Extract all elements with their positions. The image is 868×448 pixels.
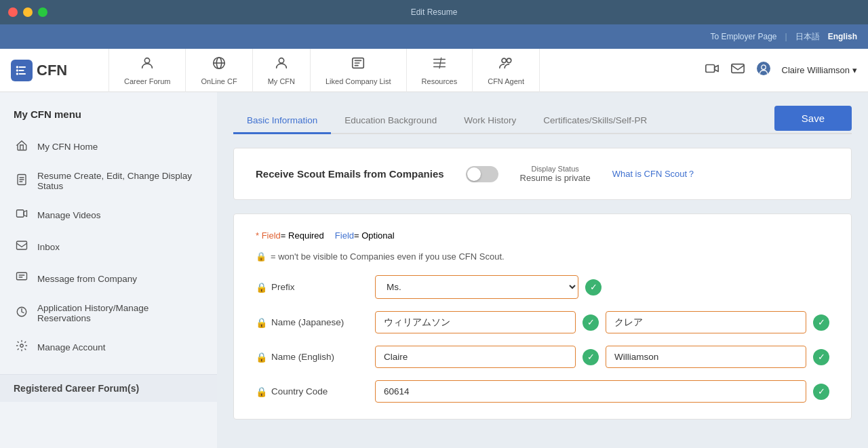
close-button[interactable] [8,7,18,17]
scout-label: Receive Scout Emails from Companies [256,168,444,180]
titlebar-label: Edit Resume [411,7,458,17]
resources-label: Resources [422,77,458,85]
svg-rect-11 [731,64,743,73]
form-area: * Field= Required Field= Optional 🔒 = wo… [233,213,852,420]
online-cf-label: OnLine CF [201,77,237,85]
employer-page-link[interactable]: To Employer Page [710,32,776,41]
sidebar-item-inbox[interactable]: Inbox [0,231,217,263]
prefix-select[interactable]: Ms. Mr. Dr. Prof. [375,275,578,299]
sidebar-item-resume-create[interactable]: Resume Create, Edit, Change Display Stat… [0,163,217,199]
name-english-label: 🔒 Name (English) [256,352,364,363]
svg-point-2 [16,73,18,75]
cfn-agent-label: CFN Agent [488,77,524,85]
logo-text: CFN [37,62,67,79]
name-english-row: 🔒 Name (English) ✓ ✓ [256,346,829,368]
country-code-check: ✓ [813,384,829,400]
name-japanese-last-input[interactable] [606,311,806,333]
career-forum-label: Career Forum [124,77,170,85]
home-icon [16,139,29,155]
sidebar-item-label: Inbox [37,242,60,252]
top-navigation: To Employer Page | 日本語 English [0,24,868,49]
tab-education[interactable]: Education Background [331,108,450,134]
country-code-input[interactable] [375,380,806,403]
status-private-label: Resume is private [520,173,591,183]
minimize-button[interactable] [23,7,33,17]
name-en-lock-icon: 🔒 [256,352,267,363]
opt-suffix: = Optional [354,230,395,241]
display-status-label: Display Status [520,165,591,173]
svg-rect-10 [705,65,714,73]
prefix-lock-icon: 🔒 [256,282,267,293]
prefix-check-icon: ✓ [585,279,601,296]
sidebar-item-message-company[interactable]: Message from Company [0,263,217,295]
sidebar-item-label: My CFN Home [37,142,98,152]
nav-items: Career Forum OnLine CF My CFN Liked Comp… [108,49,705,92]
logo[interactable]: CFN [11,60,92,81]
cfn-scout-link[interactable]: What is CFN Scout？ [612,168,696,180]
message-icon [16,271,29,287]
name-ja-last-check: ✓ [813,314,829,331]
country-code-inputs: ✓ [375,380,829,403]
field-opt-label: Field [335,230,354,241]
name-english-first-input[interactable] [375,346,576,368]
user-name-display[interactable]: Claire Williamson ▾ [782,65,857,75]
name-english-inputs: ✓ ✓ [375,346,829,368]
nav-item-resources[interactable]: Resources [407,49,473,92]
sidebar-title: My CFN menu [0,103,217,131]
legend-required: * Field= Required [256,230,324,241]
inbox-icon [16,239,29,255]
lang-en-link[interactable]: English [828,32,857,41]
history-icon [16,306,29,321]
name-japanese-label: 🔒 Name (Japanese) [256,317,364,328]
sidebar-item-application-history[interactable]: Application History/Manage Reservations [0,295,217,331]
sidebar-section-label: Registered Career Forum(s) [14,383,139,394]
nav-item-career-forum[interactable]: Career Forum [108,49,186,92]
main-navigation: CFN Career Forum OnLine CF My CFN [0,49,868,92]
sidebar-section-career-forum[interactable]: Registered Career Forum(s) [0,374,217,402]
svg-point-0 [16,66,18,68]
sidebar-item-label: Manage Account [37,342,106,352]
nav-item-my-cfn[interactable]: My CFN [253,49,311,92]
lock-symbol: 🔒 [256,251,267,262]
maximize-button[interactable] [38,7,47,17]
user-chevron-icon: ▾ [852,65,857,75]
save-button[interactable]: Save [774,106,852,131]
name-english-last-input[interactable] [606,346,806,368]
country-code-row: 🔒 Country Code ✓ [256,380,829,403]
nav-item-online-cf[interactable]: OnLine CF [186,49,252,92]
nav-item-liked-company[interactable]: Liked Company List [311,49,407,92]
sidebar-item-label: Resume Create, Edit, Change Display Stat… [37,171,203,191]
prefix-row: 🔒 Prefix Ms. Mr. Dr. Prof. ✓ [256,275,829,299]
lang-ja-link[interactable]: 日本語 [795,31,820,43]
svg-point-12 [757,62,769,75]
sidebar-item-manage-account[interactable]: Manage Account [0,331,217,363]
sidebar: My CFN menu My CFN Home Resume Create, E… [0,92,217,448]
prefix-label: 🔒 Prefix [256,282,364,293]
mail-icon[interactable] [730,61,745,79]
sidebar-item-my-cfn-home[interactable]: My CFN Home [0,131,217,163]
svg-point-3 [145,58,150,62]
gear-icon [16,340,29,355]
document-icon [16,174,29,189]
sidebar-item-manage-videos[interactable]: Manage Videos [0,199,217,231]
req-suffix: = Required [281,230,324,241]
legend-optional: Field= Optional [335,230,395,241]
name-en-last-check: ✓ [813,349,829,365]
toggle-knob [467,167,481,181]
tab-basic-info[interactable]: Basic Information [233,108,331,134]
name-en-first-check: ✓ [583,349,599,365]
resources-icon [432,56,447,75]
sidebar-item-label: Message from Company [37,274,137,284]
scout-toggle[interactable] [466,166,498,182]
tab-certificates[interactable]: Certificates/Skills/Self-PR [530,108,660,134]
name-japanese-first-input[interactable] [375,311,576,333]
svg-rect-16 [17,241,27,249]
video-sidebar-icon [16,207,29,223]
scout-section: Receive Scout Emails from Companies Disp… [233,148,852,200]
video-icon[interactable] [705,61,719,79]
name-ja-lock-icon: 🔒 [256,317,267,328]
tab-work-history[interactable]: Work History [450,108,530,134]
nav-item-cfn-agent[interactable]: CFN Agent [473,49,540,92]
svg-point-9 [507,58,511,62]
name-japanese-inputs: ✓ ✓ [375,311,829,333]
